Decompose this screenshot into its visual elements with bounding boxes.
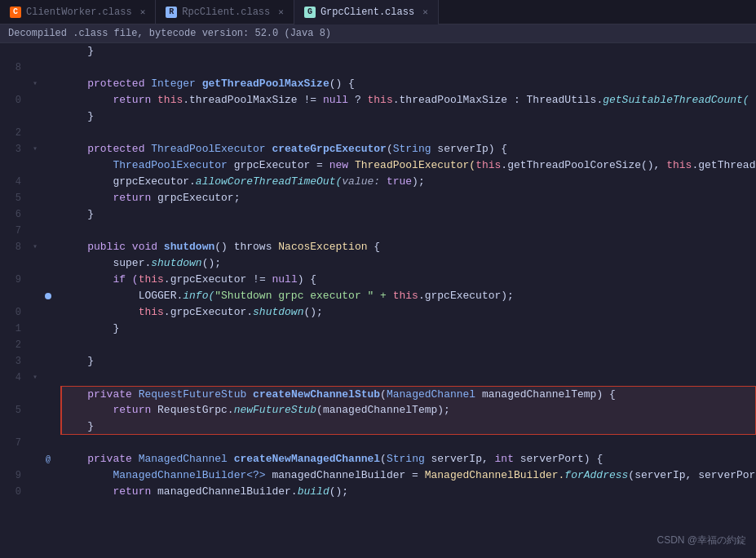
margin-cell — [41, 223, 55, 239]
fold-cell — [29, 255, 41, 272]
fold-cell — [29, 206, 41, 223]
code-token: Integer — [151, 76, 201, 92]
code-token: true — [387, 174, 412, 190]
fold-gutter: ▾▾▾▾ — [29, 43, 41, 554]
margin-cell — [41, 304, 55, 321]
fold-cell — [29, 174, 41, 190]
code-token: null — [272, 272, 297, 288]
code-line: protected Integer getThreadPoolMaxSize()… — [62, 76, 756, 92]
code-token: grpcExecutor = — [234, 157, 329, 174]
margin-cell — [41, 206, 55, 223]
code-token: RequestFutureStub — [139, 387, 253, 403]
fold-cell: ▾ — [29, 239, 41, 255]
margin-cell — [41, 370, 55, 386]
fold-cell — [29, 43, 41, 60]
code-token: info( — [183, 288, 214, 304]
code-token: getThreadPoolMaxSize — [202, 76, 329, 92]
tab-grpcclient[interactable]: G GrpcClient.class ✕ — [294, 0, 439, 24]
line-number: 7 — [0, 223, 24, 239]
code-token: int — [495, 451, 520, 467]
line-number: 2 — [0, 125, 24, 141]
code-line: grpcExecutor.allowCoreThreadTimeOut(valu… — [62, 174, 756, 190]
tab-close-clientworker[interactable]: ✕ — [140, 7, 146, 17]
fold-cell — [29, 190, 41, 206]
code-token: ThreadPoolExecutor — [151, 141, 272, 157]
line-number: 2 — [0, 337, 24, 353]
margin-cell: @ — [41, 451, 55, 467]
line-number: 4 — [0, 370, 24, 386]
fold-cell: ▾ — [29, 141, 41, 157]
code-token: (); — [329, 484, 348, 500]
code-token: ( — [387, 141, 393, 157]
code-token: newFutureStub — [234, 402, 316, 418]
margin-cell — [41, 174, 55, 190]
code-token: serverIp) { — [437, 141, 507, 157]
code-token: forAddress — [564, 467, 628, 484]
line-number — [0, 108, 24, 125]
tab-icon-clientworker: C — [10, 7, 21, 18]
code-line: } — [62, 108, 756, 125]
code-token: return — [113, 484, 157, 500]
line-number: 5 — [0, 190, 24, 206]
code-line — [62, 370, 756, 386]
line-number: 4 — [0, 174, 24, 190]
tab-close-rpcclient[interactable]: ✕ — [278, 7, 284, 17]
code-token: allowCoreThreadTimeOut( — [196, 174, 342, 190]
fold-cell — [29, 288, 41, 304]
fold-cell — [29, 386, 41, 402]
code-token: shutdown — [164, 239, 214, 255]
info-bar: Decompiled .class file, bytecode version… — [0, 24, 756, 43]
tab-close-grpcclient[interactable]: ✕ — [422, 7, 428, 17]
line-number: 1 — [0, 321, 24, 337]
tab-clientworker[interactable]: C ClientWorker.class ✕ — [0, 0, 156, 24]
fold-cell — [29, 353, 41, 370]
code-token: NacosException — [278, 239, 367, 255]
fold-cell — [29, 108, 41, 125]
line-number: 3 — [0, 353, 24, 370]
code-line — [62, 337, 756, 353]
margin-cell — [41, 321, 55, 337]
tab-label-clientworker: ClientWorker.class — [26, 7, 132, 18]
code-token: () throws — [214, 239, 278, 255]
margin-cell — [41, 435, 55, 451]
line-number — [0, 386, 24, 402]
code-token: this — [157, 92, 183, 108]
code-token: createGrpcExecutor — [272, 141, 386, 157]
code-content[interactable]: } protected Integer getThreadPoolMaxSize… — [55, 43, 756, 554]
line-number — [0, 43, 24, 60]
code-token: ) { — [298, 272, 316, 288]
fold-cell — [29, 337, 41, 353]
line-number: 0 — [0, 484, 24, 500]
code-token: .grpcExecutor); — [418, 288, 514, 304]
code-line: return this.threadPoolMaxSize != null ? … — [62, 92, 756, 108]
fold-cell — [29, 125, 41, 141]
code-line: } — [60, 418, 756, 435]
tab-rpcclient[interactable]: R RpcClient.class ✕ — [156, 0, 294, 24]
code-token: new — [329, 157, 355, 174]
line-number — [0, 255, 24, 272]
line-number: 9 — [0, 272, 24, 288]
margin-cell — [41, 272, 55, 288]
fold-cell — [29, 435, 41, 451]
tab-label-rpcclient: RpcClient.class — [182, 7, 270, 18]
margin-cell — [41, 386, 55, 402]
code-token: this — [666, 157, 692, 174]
code-token: LOGGER. — [139, 288, 183, 304]
margin-cell — [41, 337, 55, 353]
code-token: (managedChannelTemp); — [316, 402, 450, 418]
line-number: 5 — [0, 402, 24, 418]
code-line: protected ThreadPoolExecutor createGrpcE… — [62, 141, 756, 157]
code-token: .threadPoolMaxSize : ThreadUtils. — [393, 92, 603, 108]
margin-cell — [41, 125, 55, 141]
code-token: () { — [329, 76, 355, 92]
watermark: CSDN @幸福の約錠 — [657, 534, 746, 547]
code-token: protected — [87, 76, 151, 92]
code-token: private — [87, 387, 138, 403]
code-token: managedChannelBuilder. — [157, 484, 298, 500]
code-token: grpcExecutor; — [157, 190, 240, 206]
margin-cell — [41, 353, 55, 370]
line-number — [0, 76, 24, 92]
code-token: serverIp, — [431, 451, 495, 467]
code-token: .grpcExecutor. — [164, 304, 253, 321]
code-token: this — [139, 272, 164, 288]
